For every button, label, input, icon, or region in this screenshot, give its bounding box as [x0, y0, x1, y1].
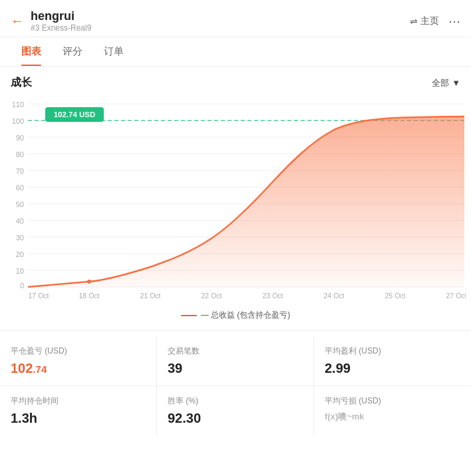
chart-legend: — 总收益 (包含持仓盈亏)	[5, 304, 466, 330]
more-button[interactable]: ⋯	[448, 14, 460, 29]
stat-avg-loss-value: f(x)噢~mk	[325, 411, 460, 423]
legend-label: — 总收益 (包含持仓盈亏)	[201, 310, 291, 321]
chart-svg-wrapper: 110 100 90 80 70 60 50 40 30 20 10 0	[5, 95, 466, 304]
header: ← hengrui #3 Exness-Real9 ⇌ 主页 ⋯	[0, 0, 471, 37]
tab-rating[interactable]: 评分	[52, 37, 93, 66]
account-subtitle: #3 Exness-Real9	[31, 23, 410, 33]
svg-text:70: 70	[16, 167, 24, 175]
home-button[interactable]: ⇌ 主页	[410, 15, 439, 27]
stat-avg-loss-label: 平均亏损 (USD)	[325, 395, 460, 407]
home-icon: ⇌	[410, 16, 418, 27]
section-title: 成长	[11, 76, 32, 90]
stat-closed-pnl-dec: .74	[33, 363, 47, 375]
chevron-down-icon: ▼	[452, 78, 460, 88]
svg-text:30: 30	[16, 234, 24, 242]
svg-text:18 Oct: 18 Oct	[79, 292, 100, 300]
legend-line-icon	[181, 315, 197, 316]
stat-closed-pnl-value: 102.74	[11, 361, 146, 376]
stat-closed-pnl-int: 102	[11, 361, 33, 375]
stat-win-rate-label: 胜率 (%)	[168, 395, 303, 407]
stat-win-rate-value: 92.30	[168, 411, 303, 426]
svg-text:0: 0	[20, 282, 24, 290]
svg-text:17 Oct: 17 Oct	[29, 292, 49, 300]
stat-avg-profit-value: 2.99	[325, 361, 460, 376]
svg-text:25 Oct: 25 Oct	[385, 292, 406, 300]
svg-text:100: 100	[12, 117, 24, 125]
stat-closed-pnl: 平仓盈亏 (USD) 102.74	[0, 336, 157, 386]
svg-text:40: 40	[16, 217, 24, 225]
tabs-bar: 图表 评分 订单	[0, 37, 471, 67]
stat-closed-pnl-label: 平仓盈亏 (USD)	[11, 346, 146, 357]
stat-avg-hold-time: 平均持仓时间 1.3h	[0, 386, 157, 435]
growth-chart: 110 100 90 80 70 60 50 40 30 20 10 0	[5, 95, 466, 302]
stat-avg-profit: 平均盈利 (USD) 2.99	[314, 336, 471, 386]
svg-text:102.74 USD: 102.74 USD	[54, 111, 96, 119]
svg-text:80: 80	[16, 150, 24, 158]
svg-text:50: 50	[16, 200, 24, 208]
account-name: hengrui	[31, 9, 410, 23]
tab-chart[interactable]: 图表	[11, 37, 52, 66]
svg-text:90: 90	[16, 134, 24, 142]
tab-orders[interactable]: 订单	[93, 37, 134, 66]
stat-avg-hold-time-label: 平均持仓时间	[11, 395, 146, 407]
svg-text:20: 20	[16, 250, 24, 258]
stat-avg-hold-time-value: 1.3h	[11, 411, 146, 426]
stat-win-rate: 胜率 (%) 92.30	[157, 386, 314, 435]
stat-avg-loss: 平均亏损 (USD) f(x)噢~mk	[314, 386, 471, 435]
filter-button[interactable]: 全部 ▼	[432, 77, 460, 89]
stat-trade-count: 交易笔数 39	[157, 336, 314, 386]
stat-trade-count-label: 交易笔数	[168, 346, 303, 357]
svg-text:21 Oct: 21 Oct	[140, 292, 161, 300]
svg-text:22 Oct: 22 Oct	[202, 292, 222, 300]
back-button[interactable]: ←	[11, 13, 24, 29]
svg-point-27	[87, 280, 91, 284]
svg-text:23 Oct: 23 Oct	[263, 292, 283, 300]
stat-trade-count-value: 39	[168, 361, 303, 376]
home-label: 主页	[420, 15, 439, 27]
stats-grid: 平仓盈亏 (USD) 102.74 交易笔数 39 平均盈利 (USD) 2.9…	[0, 330, 471, 435]
header-title: hengrui #3 Exness-Real9	[31, 9, 410, 33]
chart-area: 110 100 90 80 70 60 50 40 30 20 10 0	[0, 95, 471, 330]
stat-avg-profit-label: 平均盈利 (USD)	[325, 346, 460, 357]
svg-text:10: 10	[16, 267, 24, 275]
svg-text:110: 110	[12, 101, 24, 109]
svg-text:60: 60	[16, 184, 24, 192]
svg-text:24 Oct: 24 Oct	[324, 292, 345, 300]
svg-text:27 Oct: 27 Oct	[446, 292, 466, 300]
section-header: 成长 全部 ▼	[0, 67, 471, 95]
filter-label: 全部	[432, 77, 449, 89]
header-actions: ⇌ 主页 ⋯	[410, 14, 460, 29]
